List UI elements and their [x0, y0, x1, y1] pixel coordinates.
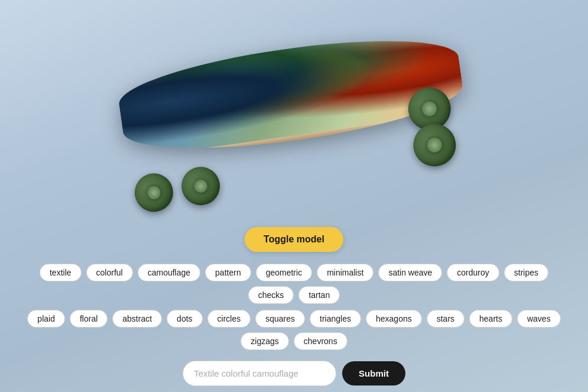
- tag-pattern[interactable]: pattern: [205, 264, 251, 281]
- tag-abstract[interactable]: abstract: [112, 310, 162, 328]
- toggle-model-button[interactable]: Toggle model: [245, 227, 343, 252]
- tag-plaid[interactable]: plaid: [27, 310, 65, 328]
- input-row: Submit: [183, 361, 405, 386]
- tag-dots[interactable]: dots: [167, 310, 202, 328]
- wheel-front-right: [178, 164, 222, 208]
- tag-squares[interactable]: squares: [255, 310, 305, 328]
- tag-zigzags[interactable]: zigzags: [241, 332, 288, 350]
- tag-chevrons[interactable]: chevrons: [294, 332, 347, 350]
- skateboard-model: [93, 0, 495, 245]
- tag-waves[interactable]: waves: [517, 310, 561, 328]
- tags-row-2: plaidfloralabstractdotscirclessquarestri…: [24, 310, 564, 350]
- tag-camouflage[interactable]: camouflage: [138, 264, 200, 281]
- tag-colorful[interactable]: colorful: [86, 264, 133, 281]
- submit-button[interactable]: Submit: [342, 361, 405, 385]
- tag-tartan[interactable]: tartan: [298, 286, 340, 304]
- tag-checks[interactable]: checks: [248, 286, 294, 304]
- tag-stripes[interactable]: stripes: [504, 264, 548, 281]
- tag-satin-weave[interactable]: satin weave: [378, 264, 442, 281]
- tag-minimalist[interactable]: minimalist: [317, 264, 373, 281]
- tag-geometric[interactable]: geometric: [256, 264, 312, 281]
- prompt-input[interactable]: [183, 361, 336, 386]
- tag-hexagons[interactable]: hexagons: [366, 310, 422, 328]
- tag-textile[interactable]: textile: [40, 264, 82, 281]
- skateboard-area: [0, 12, 588, 227]
- tag-hearts[interactable]: hearts: [469, 310, 512, 328]
- tags-container: textilecolorfulcamouflagepatterngeometri…: [0, 264, 588, 350]
- wheel-back-right: [410, 121, 458, 169]
- tags-row-1: textilecolorfulcamouflagepatterngeometri…: [24, 264, 564, 304]
- tag-floral[interactable]: floral: [70, 310, 108, 328]
- tag-corduroy[interactable]: corduroy: [447, 264, 499, 281]
- wheel-front-left: [132, 171, 175, 214]
- tag-circles[interactable]: circles: [207, 310, 251, 328]
- tag-triangles[interactable]: triangles: [310, 310, 361, 328]
- tag-stars[interactable]: stars: [427, 310, 464, 328]
